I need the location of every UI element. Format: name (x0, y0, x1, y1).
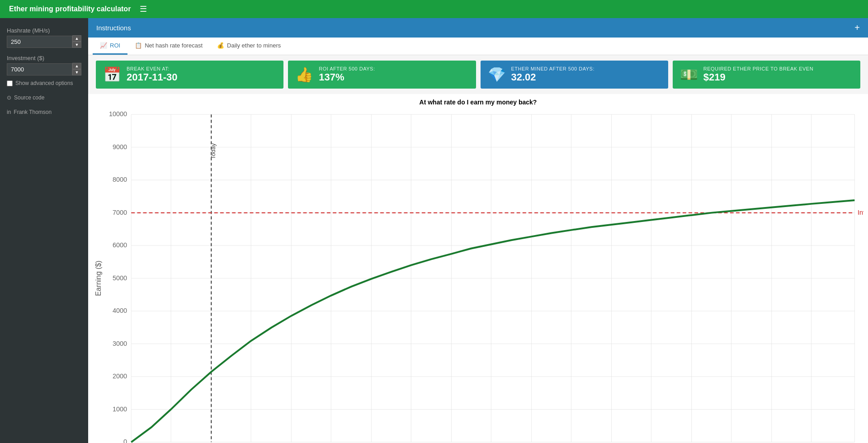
break-even-value: 2017-11-30 (127, 71, 178, 83)
svg-text:9000: 9000 (113, 143, 127, 151)
tab-roi[interactable]: 📈 ROI (93, 38, 127, 55)
chart-area: At what rate do I earn my money back? (88, 94, 868, 443)
break-even-icon: 📅 (103, 66, 121, 83)
author-link[interactable]: in Frank Thomson (7, 109, 81, 115)
svg-text:10000: 10000 (109, 110, 127, 118)
stat-card-break-even: 📅 BREAK EVEN AT: 2017-11-30 (96, 61, 283, 89)
tabs-bar: 📈 ROI 📋 Net hash rate forecast 💰 Daily e… (88, 38, 868, 55)
svg-text:0: 0 (123, 438, 127, 443)
svg-text:6000: 6000 (113, 241, 127, 249)
required-price-icon: 💵 (680, 66, 698, 83)
stat-card-roi: 👍 ROI AFTER 500 DAYS: 137% (288, 61, 476, 89)
content-area: Instructions + 📈 ROI 📋 Net hash rate for… (88, 18, 868, 443)
svg-text:2000: 2000 (113, 372, 127, 380)
svg-text:8000: 8000 (113, 176, 127, 183)
svg-text:Investment: Investment (858, 209, 863, 216)
main-layout: Hashrate (MH/s) ▲ ▼ Investment ($) ▲ ▼ (0, 18, 868, 443)
source-code-link[interactable]: ⊙ Source code (7, 94, 81, 101)
instructions-bar: Instructions + (88, 18, 868, 38)
roi-tab-label: ROI (110, 42, 120, 49)
hashrate-down-btn[interactable]: ▼ (72, 42, 81, 48)
break-even-text: BREAK EVEN AT: 2017-11-30 (127, 66, 178, 83)
hashrate-spinner: ▲ ▼ (72, 35, 81, 48)
instructions-title: Instructions (96, 24, 131, 32)
required-price-value: $219 (703, 71, 813, 83)
roi-label: ROI AFTER 500 DAYS: (319, 66, 375, 71)
chart-svg: 0 1000 2000 3000 4000 5000 6000 7000 800… (93, 108, 863, 443)
source-code-icon: ⊙ (7, 94, 11, 101)
stats-row: 📅 BREAK EVEN AT: 2017-11-30 👍 ROI AFTER … (88, 55, 868, 94)
chart-title: At what rate do I earn my money back? (93, 99, 863, 106)
investment-section: Investment ($) ▲ ▼ (7, 55, 81, 75)
source-code-label: Source code (14, 94, 44, 101)
net-hash-label: Net hash rate forecast (145, 42, 203, 49)
roi-value: 137% (319, 71, 375, 83)
show-advanced-checkbox[interactable] (7, 80, 13, 86)
investment-spinner: ▲ ▼ (72, 63, 81, 75)
tab-daily-ether[interactable]: 💰 Daily ether to miners (210, 38, 288, 55)
top-nav: Ether mining profitability calculator ☰ (0, 0, 868, 18)
roi-icon: 👍 (295, 66, 313, 83)
author-label: Frank Thomson (14, 109, 52, 115)
roi-text: ROI AFTER 500 DAYS: 137% (319, 66, 375, 83)
required-price-text: REQUIRED ETHER PRICE TO BREAK EVEN $219 (703, 66, 813, 83)
required-price-label: REQUIRED ETHER PRICE TO BREAK EVEN (703, 66, 813, 71)
hashrate-up-btn[interactable]: ▲ (72, 35, 81, 42)
svg-text:5000: 5000 (113, 274, 127, 282)
expand-icon[interactable]: + (854, 23, 860, 33)
ether-mined-icon: 💎 (488, 66, 506, 83)
svg-text:7000: 7000 (113, 209, 127, 216)
show-advanced-label: Show advanced options (15, 80, 73, 86)
ether-mined-text: ETHER MINED AFTER 500 DAYS: 32.02 (511, 66, 594, 83)
investment-down-btn[interactable]: ▼ (72, 69, 81, 75)
hashrate-input-wrap: ▲ ▼ (7, 35, 81, 48)
linkedin-icon: in (7, 109, 11, 115)
sidebar: Hashrate (MH/s) ▲ ▼ Investment ($) ▲ ▼ (0, 18, 88, 443)
daily-ether-label: Daily ether to miners (227, 42, 281, 49)
chart-wrap: 0 1000 2000 3000 4000 5000 6000 7000 800… (93, 108, 863, 443)
investment-label: Investment ($) (7, 55, 81, 61)
investment-input[interactable] (7, 63, 72, 75)
hashrate-input[interactable] (7, 36, 72, 48)
tab-net-hash-rate[interactable]: 📋 Net hash rate forecast (127, 38, 210, 55)
net-hash-icon: 📋 (135, 42, 142, 49)
svg-text:4000: 4000 (113, 307, 127, 314)
stat-card-ether-mined: 💎 ETHER MINED AFTER 500 DAYS: 32.02 (481, 61, 668, 89)
svg-text:3000: 3000 (113, 340, 127, 347)
daily-ether-icon: 💰 (217, 42, 224, 49)
hashrate-label: Hashrate (MH/s) (7, 27, 81, 34)
hashrate-section: Hashrate (MH/s) ▲ ▼ (7, 27, 81, 48)
investment-up-btn[interactable]: ▲ (72, 63, 81, 69)
show-advanced-row[interactable]: Show advanced options (7, 80, 81, 86)
svg-text:Today: Today (210, 143, 217, 159)
investment-input-wrap: ▲ ▼ (7, 63, 81, 75)
stat-card-required-price: 💵 REQUIRED ETHER PRICE TO BREAK EVEN $21… (673, 61, 860, 89)
app-title: Ether mining profitability calculator (9, 5, 131, 13)
ether-mined-value: 32.02 (511, 71, 594, 83)
hamburger-icon[interactable]: ☰ (140, 4, 147, 14)
svg-text:1000: 1000 (113, 405, 127, 412)
roi-tab-icon: 📈 (100, 42, 107, 49)
ether-mined-label: ETHER MINED AFTER 500 DAYS: (511, 66, 594, 71)
svg-text:Earning ($): Earning ($) (94, 261, 102, 296)
break-even-label: BREAK EVEN AT: (127, 66, 178, 71)
